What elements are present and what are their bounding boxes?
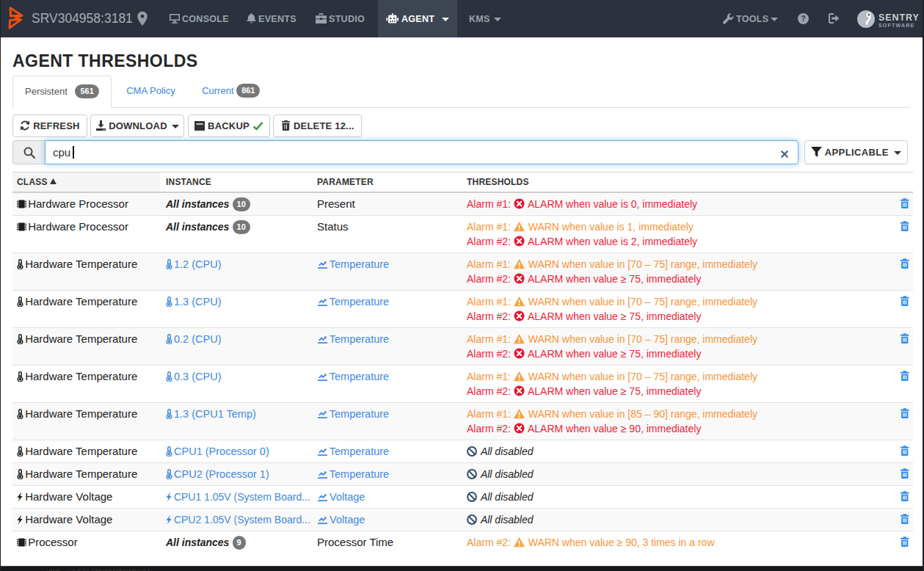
svg-text:?: ?	[801, 15, 805, 23]
